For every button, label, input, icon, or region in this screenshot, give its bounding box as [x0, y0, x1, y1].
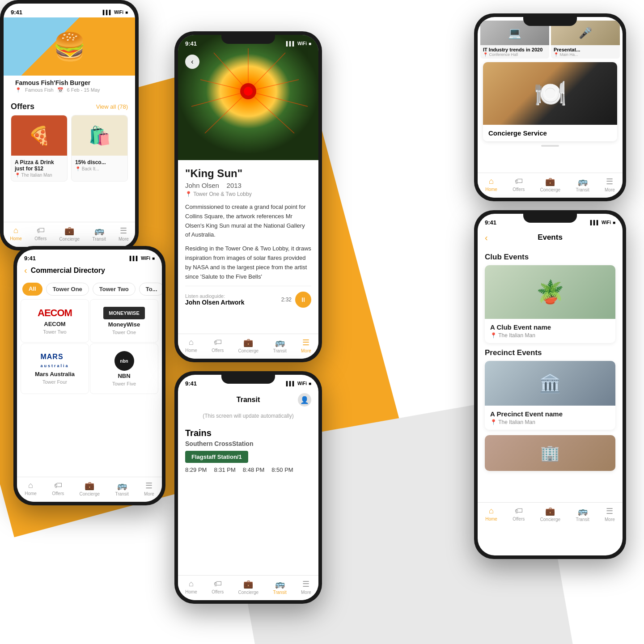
concierge-card[interactable]: 🍽️ Concierge Service — [483, 62, 617, 141]
offer-title-2: 15% disco... — [75, 159, 124, 165]
nav-offers-5[interactable]: 🏷 Offers — [513, 177, 525, 192]
transit-badge[interactable]: Flagstaff Station/1 — [185, 451, 248, 463]
back-button-artwork[interactable]: ‹ — [185, 55, 199, 69]
pin-club: 📍 — [490, 332, 497, 339]
nav-concierge-5[interactable]: 💼 Concierge — [540, 177, 561, 192]
transit-title: Transit — [237, 396, 260, 403]
moneywise-logo: MONEYWISE — [103, 307, 144, 319]
precinct-events-title: Precinct Events — [485, 348, 615, 357]
nav-transit-2[interactable]: 🚌 Transit — [115, 481, 128, 496]
nav-home-2[interactable]: ⌂ Home — [25, 481, 37, 496]
nav-concierge-4[interactable]: 💼 Concierge — [238, 579, 259, 595]
aecom-logo: AECOM — [38, 307, 72, 319]
nav-more-2[interactable]: ☰ More — [144, 481, 154, 496]
time-6: 9:41 — [485, 219, 496, 226]
company-moneywise[interactable]: MONEYWISE MoneyWise Tower One — [90, 299, 158, 343]
nav-concierge-6[interactable]: 💼 Concierge — [540, 506, 561, 522]
nav-home-3[interactable]: ⌂ Home — [185, 338, 197, 353]
offer-card-2[interactable]: 15% disco... 📍 Back It... — [71, 115, 128, 182]
artwork-info: "King Sun" John Olsen 2013 📍 Tower One &… — [178, 160, 318, 315]
wifi-icon-3: WiFi — [297, 41, 307, 46]
home-icon-4: ⌂ — [189, 579, 194, 589]
time-slot-2: 8:31 PM — [214, 466, 235, 473]
nav-concierge-1[interactable]: 💼 Concierge — [59, 226, 80, 242]
wifi-icon-4: WiFi — [297, 381, 307, 386]
battery-icon-4: ■ — [309, 381, 311, 386]
nav-transit-5-label: Transit — [576, 187, 589, 192]
offer-card-1[interactable]: A Pizza & Drink just for $12 📍 The Itali… — [11, 115, 68, 182]
more-icon-6: ☰ — [606, 506, 613, 516]
nav-offers-6[interactable]: 🏷 Offers — [513, 506, 525, 522]
nbn-logo: nbn — [114, 351, 134, 371]
concierge-icon-2: 💼 — [85, 481, 94, 491]
nav-offers-3[interactable]: 🏷 Offers — [212, 338, 224, 353]
events-back-button[interactable]: ‹ — [485, 233, 488, 243]
offers-icon-2: 🏷 — [54, 481, 62, 490]
club-event-card-1[interactable]: A Club Event name 📍 The Italian Man — [485, 265, 615, 343]
nav-home-6[interactable]: ⌂ Home — [485, 506, 497, 522]
home-icon-2: ⌂ — [28, 481, 33, 490]
nav-home-4-label: Home — [185, 589, 197, 594]
nav-home-1[interactable]: ⌂ Home — [10, 226, 22, 242]
events-screen: 9:41 ▌▌▌ WiFi ■ ‹ Events Club Events A C… — [478, 214, 623, 555]
nav-more-6[interactable]: ☰ More — [605, 506, 615, 522]
nav-offers-4[interactable]: 🏷 Offers — [212, 579, 224, 595]
nav-offers-2[interactable]: 🏷 Offers — [52, 481, 64, 496]
it-industry-card[interactable]: 💻 IT Industry trends in 2020 📍 Conferenc… — [480, 21, 549, 59]
nav-home-4[interactable]: ⌂ Home — [185, 579, 197, 595]
phone-directory: 9:41 ▌▌▌ WiFi ■ ‹ Commercial Directory A… — [13, 246, 165, 505]
nav-more-label: More — [119, 237, 129, 242]
filter-all[interactable]: All — [22, 283, 42, 296]
nav-concierge-5-label: Concierge — [540, 187, 561, 192]
nav-offers-1[interactable]: 🏷 Offers — [34, 226, 47, 242]
nav-transit-1[interactable]: 🚌 Transit — [92, 226, 106, 242]
company-nbn[interactable]: nbn NBN Tower Five — [90, 343, 158, 394]
transit-avatar[interactable]: 👤 — [298, 393, 311, 407]
nav-more-3[interactable]: ☰ More — [301, 338, 311, 353]
artwork-year: 2013 — [227, 182, 242, 189]
nav-more-6-label: More — [605, 517, 615, 522]
nav-more-4[interactable]: ☰ More — [301, 579, 311, 595]
it-industry-body: IT Industry trends in 2020 📍 Conference … — [480, 45, 549, 59]
aecom-tower: Tower Two — [43, 329, 66, 335]
featured-card[interactable]: Famous Fish'Fish Burger 📍 Famous Fish 📅 … — [4, 76, 135, 100]
nav-transit-5[interactable]: 🚌 Transit — [576, 177, 589, 192]
company-aecom[interactable]: AECOM AECOM Tower Two — [21, 299, 89, 343]
nav-home-5[interactable]: ⌂ Home — [485, 177, 497, 192]
notch-6 — [523, 210, 577, 223]
nav-concierge-2[interactable]: 💼 Concierge — [80, 481, 100, 496]
back-icon-2[interactable]: ‹ — [24, 265, 27, 275]
nav-transit-4[interactable]: 🚌 Transit — [273, 579, 286, 595]
nav-more-1[interactable]: ☰ More — [119, 226, 129, 242]
signal-icon-6: ▌▌▌ — [590, 220, 600, 225]
company-mars[interactable]: MARSaustralia Mars Australia Tower Four — [21, 343, 89, 394]
nav-more-5[interactable]: ☰ More — [605, 177, 615, 192]
precinct-event-card-2[interactable] — [485, 435, 615, 471]
nav-concierge-3[interactable]: 💼 Concierge — [238, 338, 259, 353]
transit-station: Southern CrossStation — [185, 440, 311, 447]
bottom-nav-3: ⌂ Home 🏷 Offers 💼 Concierge 🚌 Transit ☰ — [178, 334, 318, 359]
pin-artwork: 📍 — [185, 191, 192, 197]
precinct-event-card-1[interactable]: A Precinct Event name 📍 The Italian Man — [485, 361, 615, 430]
audio-pause-button[interactable]: ⏸ — [295, 292, 311, 308]
nav-transit-6[interactable]: 🚌 Transit — [576, 506, 589, 522]
filter-more[interactable]: To... — [139, 283, 162, 296]
transit-times: 8:29 PM 8:31 PM 8:48 PM 8:50 PM — [185, 466, 311, 473]
artwork-image — [178, 35, 318, 160]
transit-icon-4: 🚌 — [275, 579, 285, 589]
phone-events: 9:41 ▌▌▌ WiFi ■ ‹ Events Club Events A C… — [474, 210, 626, 559]
events-page-title: Events — [538, 233, 563, 242]
presentation-card[interactable]: 🎤 Presentat... 📍 Main Ha... — [551, 21, 620, 59]
view-all-offers[interactable]: View all (78) — [96, 103, 128, 110]
offer-body-1: A Pizza & Drink just for $12 📍 The Itali… — [11, 156, 67, 181]
nav-transit-3[interactable]: 🚌 Transit — [273, 338, 286, 353]
concierge-icon-3: 💼 — [243, 338, 253, 347]
status-icons-2: ▌▌▌ WiFi ■ — [130, 256, 155, 261]
filter-tower2[interactable]: Tower Two — [93, 283, 136, 296]
transit-header: Transit 👤 — [178, 389, 318, 411]
offers-section-title: Offers — [11, 102, 34, 111]
transit-screen: 9:41 ▌▌▌ WiFi ■ Transit 👤 (This screen w… — [178, 375, 318, 600]
nav-concierge-2-label: Concierge — [80, 491, 100, 496]
nav-transit-3-label: Transit — [273, 348, 286, 353]
filter-tower1[interactable]: Tower One — [46, 283, 89, 296]
